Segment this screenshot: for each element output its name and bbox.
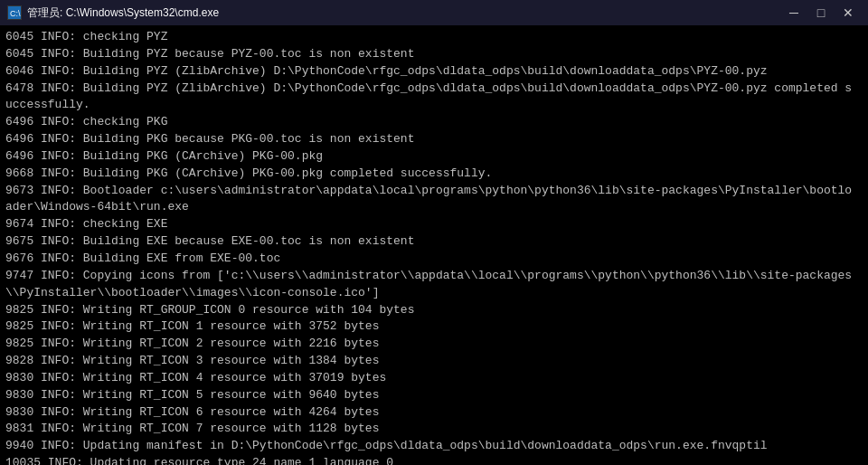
console-line: 9673 INFO: Bootloader c:\users\administr… bbox=[5, 183, 863, 200]
console-line: 9830 INFO: Writing RT_ICON 4 resource wi… bbox=[5, 370, 863, 387]
console-line: 6046 INFO: Building PYZ (ZlibArchive) D:… bbox=[5, 63, 863, 81]
console-line: 9825 INFO: Writing RT_GROUP_ICON 0 resou… bbox=[5, 302, 863, 319]
console-line: 9825 INFO: Writing RT_ICON 2 resource wi… bbox=[5, 336, 863, 353]
console-line: 9825 INFO: Writing RT_ICON 1 resource wi… bbox=[5, 318, 863, 336]
console-output: 6045 INFO: checking PYZ6045 INFO: Buildi… bbox=[0, 25, 868, 465]
console-line: 6045 INFO: checking PYZ bbox=[5, 29, 863, 46]
window-controls: ─ □ ✕ bbox=[781, 3, 861, 23]
minimize-button[interactable]: ─ bbox=[781, 3, 807, 23]
console-line: 9831 INFO: Writing RT_ICON 7 resource wi… bbox=[5, 421, 863, 438]
console-line: 9830 INFO: Writing RT_ICON 5 resource wi… bbox=[5, 387, 863, 404]
title-bar-left: C:\ 管理员: C:\Windows\System32\cmd.exe bbox=[7, 5, 219, 21]
console-line: 6496 INFO: checking PKG bbox=[5, 114, 863, 131]
console-line: ader\Windows-64bit\run.exe bbox=[5, 199, 863, 216]
svg-text:C:\: C:\ bbox=[10, 9, 21, 18]
console-line: 9747 INFO: Copying icons from ['c:\\user… bbox=[5, 268, 863, 285]
close-button[interactable]: ✕ bbox=[835, 3, 861, 23]
console-line: uccessfully. bbox=[5, 97, 863, 114]
cmd-icon: C:\ bbox=[7, 5, 22, 20]
console-line: 6045 INFO: Building PYZ because PYZ-00.t… bbox=[5, 46, 863, 63]
maximize-button[interactable]: □ bbox=[808, 3, 834, 23]
console-line: 9676 INFO: Building EXE from EXE-00.toc bbox=[5, 251, 863, 268]
console-line: 9675 INFO: Building EXE because EXE-00.t… bbox=[5, 233, 863, 251]
console-line: 9828 INFO: Writing RT_ICON 3 resource wi… bbox=[5, 353, 863, 370]
console-line: 9668 INFO: Building PKG (CArchive) PKG-0… bbox=[5, 166, 863, 183]
console-line: 10035 INFO: Updating resource type 24 na… bbox=[5, 455, 863, 465]
console-line: 6478 INFO: Building PYZ (ZlibArchive) D:… bbox=[5, 81, 863, 98]
window-title: 管理员: C:\Windows\System32\cmd.exe bbox=[27, 5, 219, 21]
title-bar: C:\ 管理员: C:\Windows\System32\cmd.exe ─ □… bbox=[0, 0, 868, 25]
console-line: 9830 INFO: Writing RT_ICON 6 resource wi… bbox=[5, 404, 863, 422]
console-line: 6496 INFO: Building PKG (CArchive) PKG-0… bbox=[5, 148, 863, 166]
console-line: 6496 INFO: Building PKG because PKG-00.t… bbox=[5, 131, 863, 148]
console-line: \\PyInstaller\\bootloader\\images\\icon-… bbox=[5, 285, 863, 302]
console-line: 9674 INFO: checking EXE bbox=[5, 216, 863, 233]
console-line: 9940 INFO: Updating manifest in D:\Pytho… bbox=[5, 438, 863, 455]
